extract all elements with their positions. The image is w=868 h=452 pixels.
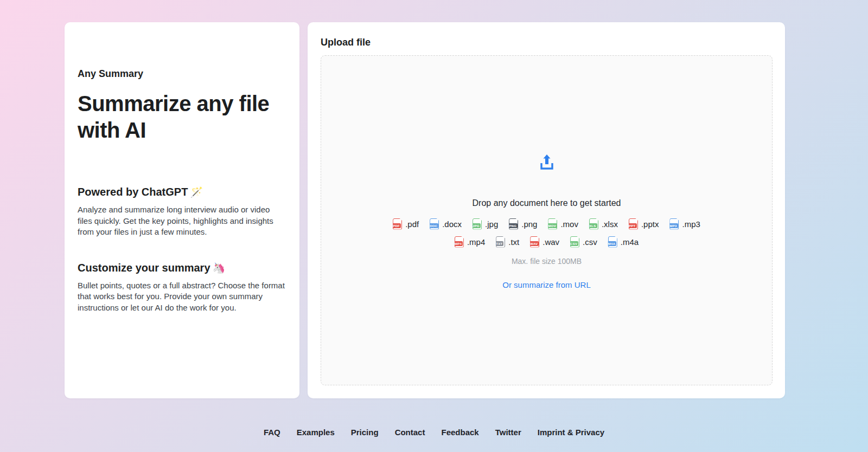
section-body: Analyze and summarize long interview aud… — [78, 204, 286, 238]
footer-link-contact[interactable]: Contact — [395, 428, 425, 437]
mp4-file-icon: MP4 — [455, 236, 464, 248]
file-type-label: .jpg — [485, 219, 498, 229]
pptx-file-icon: PPT — [629, 218, 638, 230]
file-type-label: .xlsx — [602, 219, 618, 229]
pptx-badge: PPT — [628, 223, 637, 228]
file-type-label: .txt — [508, 237, 519, 247]
upload-icon — [536, 152, 558, 173]
brand-title: Any Summary — [78, 68, 286, 80]
file-type-csv: CSV .csv — [570, 236, 597, 248]
file-type-label: .csv — [583, 237, 597, 247]
section-title: Customize your summary🦄 — [78, 262, 286, 274]
xlsx-file-icon: XLS — [589, 218, 598, 230]
file-type-mp4: MP4 .mp4 — [455, 236, 485, 248]
file-type-label: .mp4 — [467, 237, 485, 247]
section-body: Bullet points, quotes or a full abstract… — [78, 280, 286, 314]
file-type-label: .pdf — [405, 219, 419, 229]
mov-badge: MOV — [547, 223, 557, 228]
docx-file-icon: DOC — [430, 218, 439, 230]
file-type-jpg: JPG .jpg — [473, 218, 498, 230]
intro-card: Any Summary Summarize any file with AI P… — [65, 22, 299, 398]
section-title-text: Customize your summary — [78, 262, 210, 274]
footer-link-pricing[interactable]: Pricing — [351, 428, 379, 437]
footer-link-twitter[interactable]: Twitter — [495, 428, 521, 437]
footer-link-faq[interactable]: FAQ — [264, 428, 280, 437]
file-type-docx: DOC .docx — [430, 218, 462, 230]
mov-file-icon: MOV — [548, 218, 557, 230]
main-content: Any Summary Summarize any file with AI P… — [0, 0, 868, 398]
png-badge: PNG — [508, 223, 518, 228]
file-type-row-1: PDF .pdf DOC .docx JPG .jpg PNG .png — [393, 218, 700, 230]
file-type-txt: TXT .txt — [496, 236, 519, 248]
jpg-file-icon: JPG — [473, 218, 482, 230]
file-type-label: .wav — [542, 237, 559, 247]
file-type-png: PNG .png — [509, 218, 537, 230]
file-dropzone[interactable]: Drop any document here to get started PD… — [321, 55, 773, 385]
mp3-badge: MP3 — [668, 223, 678, 228]
page-headline: Summarize any file with AI — [78, 91, 286, 144]
pdf-file-icon: PDF — [393, 218, 402, 230]
upload-card: Upload file Drop any document here to ge… — [308, 22, 785, 398]
m4a-badge: M4A — [607, 241, 617, 246]
section-title-text: Powered by ChatGPT — [78, 186, 188, 198]
drop-instruction: Drop any document here to get started — [473, 198, 621, 208]
footer-link-feedback[interactable]: Feedback — [441, 428, 478, 437]
file-type-label: .mp3 — [682, 219, 700, 229]
xlsx-badge: XLS — [588, 223, 597, 228]
file-type-label: .mov — [560, 219, 578, 229]
unicorn-emoji: 🦄 — [213, 262, 226, 274]
txt-badge: TXT — [495, 241, 503, 246]
file-type-label: .png — [521, 219, 537, 229]
file-type-xlsx: XLS .xlsx — [589, 218, 618, 230]
mp3-file-icon: MP3 — [669, 218, 679, 230]
max-file-size-note: Max. file size 100MB — [512, 257, 582, 266]
file-type-mp3: MP3 .mp3 — [669, 218, 700, 230]
footer-link-examples[interactable]: Examples — [297, 428, 335, 437]
section-title: Powered by ChatGPT🪄 — [78, 186, 286, 198]
magic-wand-emoji: 🪄 — [190, 186, 203, 198]
upload-title: Upload file — [321, 37, 773, 48]
csv-badge: CSV — [569, 241, 578, 246]
section-powered-by-chatgpt: Powered by ChatGPT🪄 Analyze and summariz… — [78, 186, 286, 238]
footer-nav: FAQ Examples Pricing Contact Feedback Tw… — [0, 428, 868, 437]
file-type-label: .m4a — [621, 237, 639, 247]
file-type-label: .pptx — [641, 219, 659, 229]
csv-file-icon: CSV — [570, 236, 579, 248]
m4a-file-icon: M4A — [608, 236, 617, 248]
footer-link-imprint-privacy[interactable]: Imprint & Privacy — [538, 428, 604, 437]
file-type-label: .docx — [442, 219, 462, 229]
file-type-row-2: MP4 .mp4 TXT .txt WAV .wav CSV .csv — [393, 236, 700, 248]
jpg-badge: JPG — [471, 223, 481, 228]
pdf-badge: PDF — [392, 223, 401, 228]
docx-badge: DOC — [429, 223, 438, 228]
mp4-badge: MP4 — [454, 241, 463, 246]
file-type-mov: MOV .mov — [548, 218, 578, 230]
file-type-list: PDF .pdf DOC .docx JPG .jpg PNG .png — [393, 218, 700, 248]
png-file-icon: PNG — [509, 218, 518, 230]
section-customize-summary: Customize your summary🦄 Bullet points, q… — [78, 262, 286, 314]
file-type-wav: WAV .wav — [530, 236, 559, 248]
file-type-pptx: PPT .pptx — [629, 218, 659, 230]
wav-badge: WAV — [529, 241, 539, 246]
txt-file-icon: TXT — [496, 236, 505, 248]
file-type-pdf: PDF .pdf — [393, 218, 419, 230]
wav-file-icon: WAV — [530, 236, 539, 248]
file-type-m4a: M4A .m4a — [608, 236, 639, 248]
summarize-from-url-link[interactable]: Or summarize from URL — [502, 280, 591, 289]
